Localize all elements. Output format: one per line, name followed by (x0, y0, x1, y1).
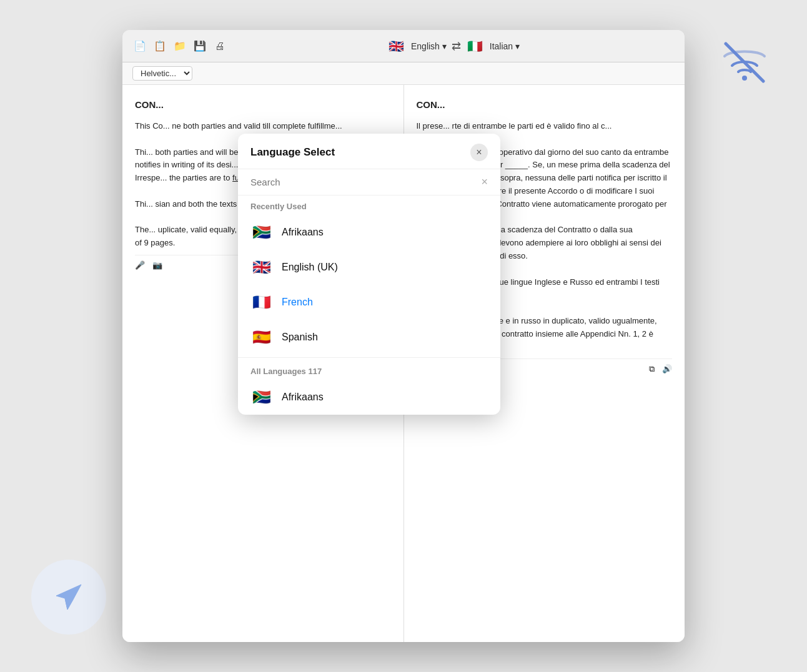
file-icon[interactable]: 📄 (132, 39, 147, 54)
plane-circle (31, 560, 106, 635)
left-para-1: This Co... ne both parties and valid til… (135, 120, 391, 133)
camera-icon[interactable]: 📷 (152, 259, 162, 272)
source-lang-label: English ▾ (411, 41, 447, 51)
modal-header: Language Select × (238, 134, 500, 169)
search-clear-button[interactable]: × (481, 175, 488, 189)
list-item[interactable]: 🇪🇸 Spanish (238, 320, 500, 355)
save-icon[interactable]: 💾 (192, 39, 207, 54)
english-uk-flag: 🇬🇧 (250, 256, 273, 279)
source-flag: 🇬🇧 (387, 37, 406, 56)
recently-used-label: Recently Used (238, 195, 500, 215)
content-area: CON... This Co... ne both parties and va… (122, 85, 685, 642)
app-window: 📄 📋 📁 💾 🖨 🇬🇧 English ▾ ⇄ 🇮🇹 Italian ▾ He… (122, 30, 685, 642)
list-item[interactable]: 🇿🇦 Afrikaans (238, 215, 500, 250)
french-flag: 🇫🇷 (250, 291, 273, 314)
language-select-modal: Language Select × × Recently Used 🇿🇦 Afr… (238, 134, 500, 415)
modal-close-button[interactable]: × (470, 144, 488, 161)
modal-title: Language Select (250, 146, 335, 159)
right-para-1: Il prese... rte di entrambe le parti ed … (417, 120, 673, 133)
modal-body: Recently Used 🇿🇦 Afrikaans 🇬🇧 English (U… (238, 195, 500, 415)
english-uk-label: English (UK) (282, 262, 338, 273)
copy-icon-right[interactable]: ⧉ (649, 363, 655, 376)
print-icon[interactable]: 🖨 (212, 39, 227, 54)
target-lang-selector: 🇮🇹 Italian ▾ (466, 37, 520, 56)
list-item[interactable]: 🇿🇦 Afrikaans (238, 380, 500, 415)
mic-icon[interactable]: 🎤 (135, 259, 145, 272)
swap-languages-icon[interactable]: ⇄ (452, 39, 461, 53)
list-item[interactable]: 🇫🇷 French (238, 285, 500, 320)
toolbar: 📄 📋 📁 💾 🖨 🇬🇧 English ▾ ⇄ 🇮🇹 Italian ▾ (122, 30, 685, 62)
afrikaans-flag-1: 🇿🇦 (250, 221, 273, 244)
afrikaans-label-2: Afrikaans (282, 392, 324, 403)
speaker-icon-right[interactable]: 🔊 (662, 363, 672, 376)
modal-search-bar: × (238, 169, 500, 195)
left-heading: CON... (135, 97, 391, 112)
source-lang-selector: 🇬🇧 English ▾ (387, 37, 447, 56)
section-divider (238, 357, 500, 358)
target-lang-label: Italian ▾ (490, 41, 520, 51)
folder-icon[interactable]: 📁 (172, 39, 187, 54)
all-languages-label: All Languages 117 (238, 360, 500, 380)
document-icon[interactable]: 📋 (152, 39, 167, 54)
afrikaans-label-1: Afrikaans (282, 227, 324, 238)
list-item[interactable]: 🇬🇧 English (UK) (238, 250, 500, 285)
spanish-flag: 🇪🇸 (250, 326, 273, 348)
source-lang-button[interactable]: English ▾ (411, 41, 447, 51)
afrikaans-flag-2: 🇿🇦 (250, 386, 273, 408)
font-select[interactable]: Helvetic... (132, 66, 192, 81)
language-search-input[interactable] (250, 177, 481, 187)
target-lang-button[interactable]: Italian ▾ (490, 41, 520, 51)
sub-toolbar: Helvetic... (122, 62, 685, 85)
svg-point-1 (742, 76, 747, 81)
right-heading: CON... (417, 97, 673, 112)
target-flag: 🇮🇹 (466, 37, 485, 56)
french-label: French (282, 297, 313, 308)
spanish-label: Spanish (282, 332, 318, 343)
wifi-off-icon (720, 37, 770, 90)
